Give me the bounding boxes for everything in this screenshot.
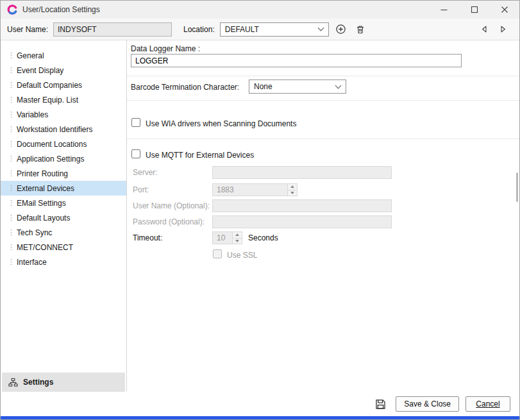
grip-icon: ⋮ [8, 96, 11, 103]
port-label: Port: [133, 185, 149, 194]
arrow-left-icon [480, 25, 489, 33]
sidebar-item-label: EMail Settings [17, 199, 66, 208]
close-button[interactable] [489, 1, 519, 19]
divider [127, 139, 519, 139]
spinner-up-icon[interactable] [288, 184, 297, 190]
user-name-label: User Name: [7, 25, 48, 34]
minimize-icon [440, 6, 448, 14]
settings-label: Settings [23, 378, 53, 387]
grip-icon: ⋮ [8, 199, 11, 206]
divider [127, 76, 519, 76]
server-label: Server: [133, 168, 158, 177]
grip-icon: ⋮ [8, 244, 11, 251]
password-input[interactable] [212, 215, 392, 228]
data-logger-label: Data Logger Name : [131, 44, 200, 53]
sidebar-item-label: Application Settings [17, 155, 84, 164]
wia-drivers-checkbox[interactable] [131, 118, 140, 127]
divider [127, 100, 519, 101]
sitemap-icon [8, 378, 18, 387]
port-stepper[interactable]: 1883 [212, 183, 298, 196]
use-ssl-label: Use SSL [227, 251, 257, 260]
arrow-right-icon [499, 25, 507, 33]
next-button[interactable] [498, 24, 508, 35]
sidebar-item-default-companies[interactable]: ⋮Default Companies [1, 78, 126, 92]
mqtt-checkbox[interactable] [131, 149, 140, 158]
location-select-value: DEFAULT [225, 25, 259, 34]
timeout-unit-label: Seconds [248, 233, 278, 242]
save-close-button[interactable]: Save & Close [396, 396, 459, 412]
barcode-termination-label: Barcode Termination Character: [131, 83, 239, 92]
floppy-disk-icon [374, 398, 387, 410]
settings-section-bar[interactable]: Settings [2, 373, 125, 392]
sidebar-item-document-locations[interactable]: ⋮Document Locations [1, 137, 126, 151]
sidebar-item-email-settings[interactable]: ⋮EMail Settings [1, 196, 126, 210]
spinner-down-icon[interactable] [288, 190, 297, 196]
mqtt-label: Use MQTT for External Devices [146, 151, 254, 160]
sidebar-item-label: MET/CONNECT [17, 243, 73, 252]
user-name-input[interactable] [53, 22, 172, 37]
circle-plus-icon [335, 24, 346, 35]
sidebar-item-master-equip-list[interactable]: ⋮Master Equip. List [1, 92, 126, 107]
timeout-value: 10 [213, 232, 232, 244]
barcode-termination-select[interactable]: None [249, 80, 346, 94]
sidebar-item-application-settings[interactable]: ⋮Application Settings [1, 151, 126, 166]
sidebar-item-interface[interactable]: ⋮Interface [1, 255, 126, 269]
minimize-button[interactable] [429, 1, 459, 19]
sidebar-item-event-display[interactable]: ⋮Event Display [1, 63, 126, 78]
sidebar-item-default-layouts[interactable]: ⋮Default Layouts [1, 210, 126, 225]
sidebar-item-label: Variables [17, 110, 48, 119]
sidebar-item-variables[interactable]: ⋮Variables [1, 107, 126, 122]
sidebar-item-label: Default Layouts [17, 214, 70, 223]
maximize-button[interactable] [459, 1, 489, 19]
timeout-spin-buttons [232, 232, 242, 244]
sidebar-item-met-connect[interactable]: ⋮MET/CONNECT [1, 240, 126, 255]
sidebar-item-tech-sync[interactable]: ⋮Tech Sync [1, 225, 126, 240]
sidebar-item-workstation-identifiers[interactable]: ⋮Workstation Identifiers [1, 122, 126, 137]
grip-icon: ⋮ [8, 185, 11, 192]
window-controls [429, 1, 519, 19]
port-spin-buttons [287, 184, 297, 196]
username-optional-label: User Name (Optional): [133, 201, 210, 210]
sidebar-item-general[interactable]: ⋮General [1, 48, 126, 63]
chevron-down-icon [335, 82, 342, 88]
spinner-down-icon[interactable] [233, 238, 242, 244]
grip-icon: ⋮ [8, 140, 11, 147]
titlebar[interactable]: User/Location Settings [1, 1, 519, 19]
spinner-up-icon[interactable] [233, 232, 242, 238]
save-button[interactable] [373, 396, 388, 412]
cancel-button[interactable]: Cancel [465, 396, 510, 412]
sidebar-item-label: Tech Sync [17, 228, 52, 237]
sidebar-item-label: Document Locations [17, 140, 87, 149]
scrollbar-thumb[interactable] [516, 172, 518, 202]
grip-icon: ⋮ [8, 111, 11, 118]
timeout-stepper[interactable]: 10 [212, 231, 242, 244]
sidebar-item-label: External Devices [17, 184, 74, 193]
sidebar: ⋮General ⋮Event Display ⋮Default Compani… [1, 40, 127, 393]
grip-icon: ⋮ [8, 155, 11, 162]
location-label: Location: [183, 25, 215, 34]
grip-icon: ⋮ [8, 52, 11, 59]
location-select[interactable]: DEFAULT [220, 22, 329, 37]
use-ssl-checkbox[interactable] [213, 249, 222, 258]
sidebar-item-label: General [17, 51, 44, 60]
sidebar-item-label: Workstation Identifiers [17, 125, 93, 134]
server-input[interactable] [212, 166, 392, 179]
sidebar-item-label: Master Equip. List [17, 96, 78, 105]
close-icon [501, 6, 508, 13]
window-title: User/Location Settings [22, 5, 100, 14]
sidebar-item-printer-routing[interactable]: ⋮Printer Routing [1, 166, 126, 181]
chevron-down-icon [317, 25, 324, 31]
grip-icon: ⋮ [8, 258, 11, 265]
maximize-icon [471, 6, 478, 13]
grip-icon: ⋮ [8, 126, 11, 133]
delete-location-button[interactable] [353, 22, 367, 37]
data-logger-input[interactable] [131, 54, 462, 67]
footer-bar: Save & Close Cancel [1, 392, 519, 416]
username-input[interactable] [212, 199, 392, 212]
content-panel: Data Logger Name : Barcode Termination C… [127, 40, 519, 393]
grip-icon: ⋮ [8, 81, 11, 88]
add-location-button[interactable] [334, 22, 348, 37]
sidebar-item-external-devices[interactable]: ⋮External Devices [1, 181, 126, 196]
grip-icon: ⋮ [8, 170, 11, 177]
previous-button[interactable] [479, 24, 489, 35]
